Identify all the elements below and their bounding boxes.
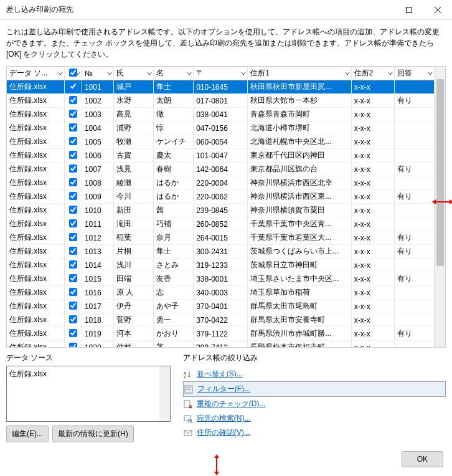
cell-no: 1004 [82,121,113,135]
row-checkbox[interactable] [69,219,77,227]
listbox-scrollbar[interactable] [159,366,170,421]
data-source-list[interactable]: 住所録.xlsx [6,366,171,422]
row-checkbox[interactable] [69,192,77,200]
search-link[interactable]: 宛先の検索(N)... [197,413,251,424]
cell-chk[interactable] [64,149,82,163]
row-checkbox[interactable] [69,233,77,241]
dup-link[interactable]: 重複のチェック(D)... [197,399,266,409]
cell-chk[interactable] [64,80,82,94]
dropdown-icon[interactable] [75,69,80,78]
table-row[interactable]: 住所録.xlsx1014浅川さとみ319-1233茨城県日立市神田町x-x-x [7,259,435,272]
row-checkbox[interactable] [69,302,77,310]
row-checkbox[interactable] [69,96,77,104]
table-row[interactable]: 住所録.xlsx1005牧瀬ケンイチ060-0054北海道札幌市中央区北...x… [7,135,435,149]
row-checkbox[interactable] [69,178,77,186]
cell-src: 住所録.xlsx [7,327,64,341]
dropdown-icon[interactable] [388,69,393,78]
row-checkbox[interactable] [69,164,77,173]
column-header-addr1[interactable]: 住所1 [248,67,352,80]
refresh-button[interactable]: 最新の情報に更新(H) [52,426,134,442]
cell-chk[interactable] [64,163,82,176]
sort-link[interactable]: 並べ替え(S)... [197,369,243,379]
cell-chk[interactable] [64,272,82,286]
dropdown-icon[interactable] [187,69,192,78]
table-row[interactable]: 住所録.xlsx1020仲村茎399-7412長野県松本市保福寺町x-x-x [7,341,435,348]
cell-chk[interactable] [64,300,82,313]
cell-chk[interactable] [64,231,82,245]
cell-chk[interactable] [64,286,82,300]
cell-chk[interactable] [64,327,82,341]
table-row[interactable]: 住所録.xlsx1006古賀慶太101-0047東京都千代田区内神田x-x-x [7,149,435,163]
row-checkbox[interactable] [69,260,77,269]
cell-chk[interactable] [64,204,82,217]
row-checkbox[interactable] [69,82,77,90]
row-checkbox[interactable] [69,137,77,145]
table-row[interactable]: 住所録.xlsx1016原 人志340-0003埼玉県草加市稲荷x-x-x [7,286,435,300]
table-row[interactable]: 住所録.xlsx1017伊丹あや子370-0401群馬県太田市尾島町x-x-x [7,300,435,313]
maximize-button[interactable] [395,0,423,20]
row-checkbox[interactable] [69,288,77,296]
column-header-no[interactable]: № [82,67,113,80]
edit-button[interactable]: 編集(E)... [6,426,49,442]
ok-button[interactable]: OK [402,451,443,467]
row-checkbox[interactable] [69,110,77,118]
cell-src: 住所録.xlsx [7,300,64,313]
dropdown-icon[interactable] [428,69,433,78]
recipients-table[interactable]: データ ソ...№氏名〒住所1住所2回答 住所録.xlsx1001城戸隼士010… [6,66,446,348]
row-checkbox[interactable] [69,247,77,255]
cell-chk[interactable] [64,121,82,135]
table-row[interactable]: 住所録.xlsx1007浅見春樹142-0064東京都品川区旗の台x-x-x有り [7,163,435,176]
cell-chk[interactable] [64,313,82,327]
scroll-thumb[interactable] [436,79,444,266]
dropdown-icon[interactable] [345,69,350,78]
dropdown-icon[interactable] [147,69,152,78]
filter-link[interactable]: フィルター(F)... [197,384,250,394]
cell-chk[interactable] [64,245,82,259]
cell-chk[interactable] [64,94,82,108]
table-row[interactable]: 住所録.xlsx1004浦野惇047-0156北海道小樽市堺町x-x-x [7,121,435,135]
row-checkbox[interactable] [69,206,77,214]
row-checkbox[interactable] [69,274,77,282]
table-row[interactable]: 住所録.xlsx1015田端友香338-0001埼玉県さいたま市中央区...x-… [7,272,435,286]
row-checkbox[interactable] [69,315,77,323]
cell-chk[interactable] [64,108,82,121]
cell-chk[interactable] [64,135,82,149]
column-header-reply[interactable]: 回答 [394,67,434,80]
cell-reply [394,121,434,135]
cell-chk[interactable] [64,341,82,348]
close-button[interactable] [423,0,452,20]
table-row[interactable]: 住所録.xlsx1010新田茜239-0845神奈川県横須賀市粟田x-x-x [7,204,435,217]
table-row[interactable]: 住所録.xlsx1001城戸隼士010-1645秋田県秋田市新屋田尻...x-x… [7,80,435,94]
cell-chk[interactable] [64,176,82,190]
column-header-source[interactable]: データ ソ... [7,67,64,80]
cell-chk[interactable] [64,259,82,272]
data-source-item[interactable]: 住所録.xlsx [9,369,167,379]
column-header-addr2[interactable]: 住所2 [351,67,394,80]
row-checkbox[interactable] [69,329,77,337]
table-row[interactable]: 住所録.xlsx1011滝田巧補260-0852千葉県千葉市中央区青...x-x… [7,217,435,231]
row-checkbox[interactable] [69,123,77,131]
table-row[interactable]: 住所録.xlsx1019河本かおり379-1122群馬県渋川市赤城町勝...x-… [7,327,435,341]
row-checkbox[interactable] [69,151,77,159]
column-header-chk[interactable] [64,67,82,80]
column-header-first[interactable]: 名 [154,67,194,80]
verify-link[interactable]: 住所の確認(V)... [197,427,250,438]
row-checkbox[interactable] [69,343,77,348]
cell-chk[interactable] [64,217,82,231]
cell-src: 住所録.xlsx [7,231,64,245]
column-header-zip[interactable]: 〒 [194,67,248,80]
dropdown-icon[interactable] [241,69,246,78]
cell-chk[interactable] [64,190,82,204]
table-row[interactable]: 住所録.xlsx1003高見徹038-0041青森県青森市岡町x-x-x [7,108,435,121]
table-row[interactable]: 住所録.xlsx1013片桐隼士300-2431茨城県つくばみらい市上...x-… [7,245,435,259]
column-header-last[interactable]: 氏 [114,67,154,80]
table-row[interactable]: 住所録.xlsx1009今川はるか220-0062神奈川県横浜市西区東...x-… [7,190,435,204]
table-row[interactable]: 住所録.xlsx1012稲葉奈月264-0015千葉県千葉市若葉区大...x-x… [7,231,435,245]
cell-reply [394,286,434,300]
table-row[interactable]: 住所録.xlsx1008綾瀬はるか220-0004神奈川県横浜市西区北幸x-x-… [7,176,435,190]
dropdown-icon[interactable] [58,69,63,78]
table-row[interactable]: 住所録.xlsx1018菅野勇一370-0422群馬県太田市安養寺町x-x-x [7,313,435,327]
dropdown-icon[interactable] [107,69,112,78]
cell-last: 綾瀬 [114,176,154,190]
table-row[interactable]: 住所録.xlsx1002水野太朗017-0801秋田県大館市一本杉x-x-x有り [7,94,435,108]
